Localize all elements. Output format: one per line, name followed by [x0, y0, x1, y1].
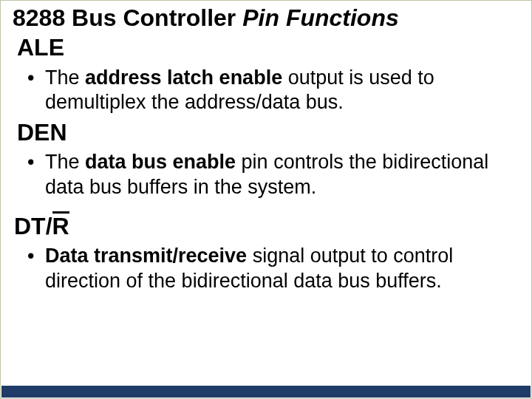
bullet-list-ale: The address latch enable output is used … — [27, 66, 519, 116]
ale-text-bold: address latch enable — [85, 66, 282, 89]
den-text-bold: data bus enable — [85, 151, 236, 173]
title-part1: 8288 Bus Controller — [13, 4, 242, 31]
dtr-text-bold: Data transmit/receive — [45, 245, 247, 267]
signal-heading-ale: ALE — [17, 35, 519, 61]
signal-dtr-overbar: R — [52, 214, 69, 239]
signal-dtr-prefix: DT/ — [14, 213, 52, 239]
signal-heading-den: DEN — [17, 120, 519, 146]
den-text-pre: The — [45, 151, 85, 173]
signal-heading-dtr: DT/R — [14, 214, 519, 239]
signal-den-label: DEN — [17, 119, 67, 146]
title-part2: Pin Functions — [242, 4, 399, 31]
slide: 8288 Bus Controller Pin Functions ALE Th… — [0, 0, 532, 399]
ale-text-pre: The — [45, 66, 85, 89]
bullet-item-ale: The address latch enable output is used … — [27, 66, 519, 116]
footer-band — [1, 386, 531, 398]
bullet-item-dtr: Data transmit/receive signal output to c… — [27, 244, 519, 294]
bullet-item-den: The data bus enable pin controls the bid… — [27, 150, 519, 200]
bullet-list-dtr: Data transmit/receive signal output to c… — [27, 244, 519, 294]
signal-ale-label: ALE — [17, 34, 64, 61]
bullet-list-den: The data bus enable pin controls the bid… — [27, 150, 519, 200]
slide-title: 8288 Bus Controller Pin Functions — [13, 4, 519, 32]
